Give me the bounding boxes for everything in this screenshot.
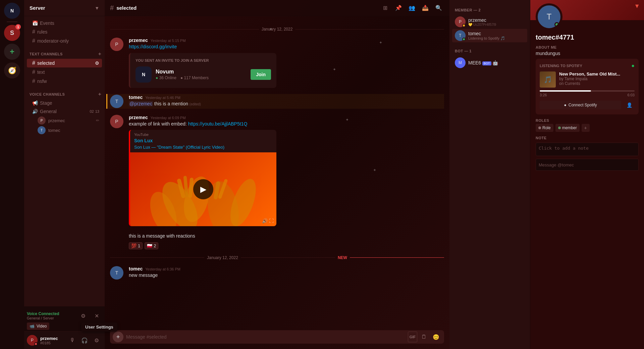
youtube-link[interactable]: https://youtu.be/AjjlABP5t1Q [188,121,248,127]
profile-avatar: T [536,3,562,30]
member-item-mee6[interactable]: M MEE6 BOT 🤖 [452,56,527,69]
server-header[interactable]: Server ▼ [24,0,105,16]
selected-channel-label: selected [37,60,55,66]
add-voice-channel-icon[interactable]: ＋ [97,91,102,97]
profile-message-input[interactable] [536,159,639,171]
reaction-100[interactable]: 💯 1 [129,242,143,249]
stage-icon: 📢 [32,100,38,106]
chat-input-wrapper: + GIF 🗒 😊 [110,330,444,344]
server-icon-novum[interactable]: N [4,3,20,19]
voice-disconnect-button[interactable]: ✕ [91,310,102,321]
nsfw-channel-label: nsfw [37,79,47,84]
chat-input-area: + GIF 🗒 😊 [105,330,449,349]
date-1-text: January 12, 2022 [262,27,293,32]
channel-item-general-voice[interactable]: 🔊 General 02 13 [27,107,102,115]
attach-button[interactable]: + [113,332,123,342]
voice-settings-button[interactable]: ⚙ [78,310,89,321]
channel-item-text[interactable]: # text [27,68,102,77]
discover-server-button[interactable]: 🧭 [4,62,20,79]
msg-content-1: przemec Yesterday at 5:15 PM https://dis… [129,38,444,88]
add-text-channel-icon[interactable]: ＋ [97,51,102,57]
message-input[interactable] [126,330,405,344]
voice-user-tomec[interactable]: T tomec [27,126,102,135]
inbox-button[interactable]: 📥 [420,3,431,13]
favorites-button[interactable]: 📌 [393,3,404,13]
member-item-tomec[interactable]: T tomec Listening to Spotify 🎵 [452,29,527,42]
channel-item-nsfw[interactable]: # nsfw [27,77,102,86]
profile-body: tomec#4771 ABOUT ME mundungus LISTENING … [530,20,644,176]
channel-list: 📅 Events # rules # moderator-only TEXT C… [24,16,105,306]
channel-item-events[interactable]: 📅 Events [27,19,102,27]
msg-text-5: new message [129,272,444,279]
text-channels-header: TEXT CHANNELS [30,52,63,56]
deafen-button[interactable]: 🎧 [79,335,90,346]
members-button[interactable]: 👥 [407,3,417,13]
divider-right [350,257,444,258]
spotify-share-button[interactable]: 👤 [624,100,635,110]
about-me-header: ABOUT ME [536,45,639,49]
stage-label: Stage [40,100,52,106]
member-section-header: MEMBER — 2 [452,5,527,15]
nsfw-hash-icon: # [32,78,35,84]
rules-label: rules [37,29,47,35]
invite-link[interactable]: https://discord.gg/invite [129,44,177,49]
member-item-przemec[interactable]: P przemec 💛 Uc207Pr4lf57l9 [452,15,527,29]
join-server-button[interactable]: Join [251,69,271,80]
spotify-album-art: 🎵 [540,71,556,88]
mute-button[interactable]: 🎙 [67,335,78,346]
invite-embed: YOU SENT AN INVITE TO JOIN A SERVER N No… [129,53,276,88]
threads-button[interactable]: ⊞ [380,3,390,13]
channel-item-selected[interactable]: # selected ⚙ [27,59,102,67]
yt-thumbnail[interactable]: ▶ 🔊 ⛶ [130,152,276,226]
yt-play-button[interactable]: ▶ [193,179,213,199]
gif-button[interactable]: GIF [408,332,417,342]
video-button[interactable]: 📹 Video [27,322,49,330]
server-icon-s[interactable]: S 1 [4,25,20,41]
note-input[interactable] [536,143,639,156]
member-role-dot [558,127,561,129]
profile-chevron-icon[interactable]: ▼ [634,3,640,10]
msg-time-3: Yesterday at 6:09 PM [151,116,186,120]
msg-time-2: Yesterday at 5:46 PM [145,96,180,100]
channel-item-rules[interactable]: # rules [27,28,102,36]
profile-avatar-wrap: T [536,3,562,30]
tomec-member-info: tomec Listening to Spotify 🎵 [468,31,525,41]
invite-server-name: Novum [156,69,247,75]
channel-item-moderator-only[interactable]: # moderator-only [27,37,102,45]
reaction-flag[interactable]: 🇵🇱 2 [145,242,158,249]
username-display: przemec [40,336,64,341]
user-settings-button[interactable]: ⚙ [91,335,102,346]
msg-header-3: przemec Yesterday at 6:09 PM [129,115,444,120]
sticker-button[interactable]: 🗒 [419,332,429,342]
voice-user-przemec[interactable]: P przemec ✏ [27,116,102,125]
msg-text-invite-link: https://discord.gg/invite [129,44,444,50]
msg-time-5: Yesterday at 6:36 PM [145,267,180,271]
roles-container: Role member + [536,124,639,132]
channel-item-stage[interactable]: 📢 Stage [27,99,102,107]
reaction-100-emoji: 💯 [131,243,137,248]
video-label: Video [37,324,47,329]
add-server-button[interactable]: + [4,44,20,60]
przemec-voice-avatar: P [38,116,46,124]
channel-settings-icon[interactable]: ⚙ [95,60,99,66]
right-panels: MEMBER — 2 P przemec 💛 Uc207Pr4lf57l9 T … [449,0,644,349]
tomec-member-name: tomec [468,31,525,36]
connect-spotify-button[interactable]: ● Connect Spotify [540,101,621,109]
note-header: NOTE [536,136,639,140]
spotify-album-name: on Currents [559,81,620,86]
channel-sidebar: Server ▼ 📅 Events # rules # moderator-on… [24,0,105,349]
mee6-name: MEE6 BOT 🤖 [468,60,525,65]
members-list: MEMBER — 2 P przemec 💛 Uc207Pr4lf57l9 T … [449,0,530,349]
profile-online-dot [554,22,559,27]
emoji-button[interactable]: 😊 [431,332,441,342]
tomec-voice-avatar: T [38,126,46,134]
message-reactions: this is a message with reactions 💯 1 🇵🇱 … [110,232,444,250]
yt-controls: 🔊 ⛶ [262,218,274,223]
about-me-text: mundungus [536,51,639,56]
przemec-edit-icon: ✏ [96,118,99,123]
mee6-avatar: M [455,57,466,68]
add-role-button[interactable]: + [582,124,590,132]
events-icon: 📅 [32,20,38,26]
search-button[interactable]: 🔍 [433,3,444,13]
chat-header-actions: ⊞ 📌 👥 📥 🔍 [380,3,444,13]
